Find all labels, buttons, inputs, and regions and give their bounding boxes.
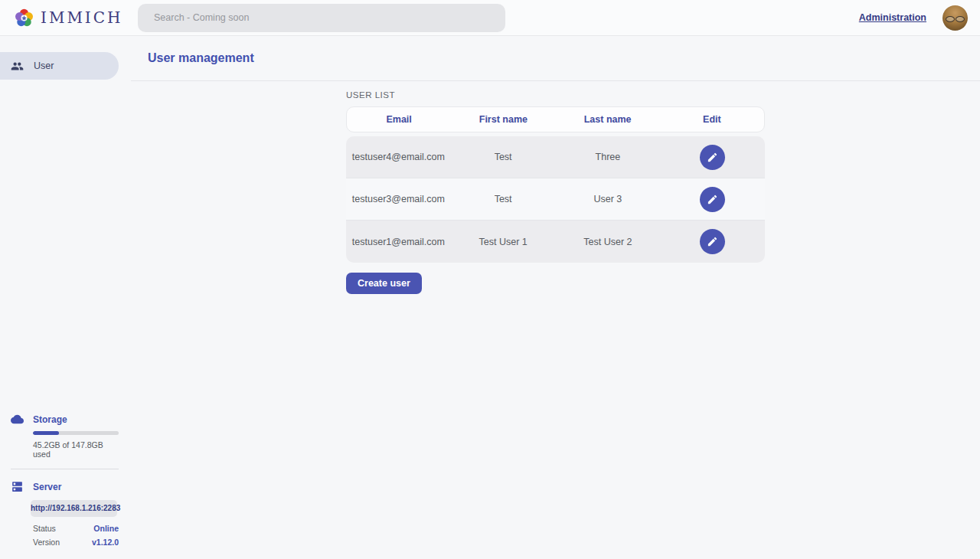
- app-header: IMMICH Administration: [0, 0, 980, 36]
- column-header-edit: Edit: [660, 114, 764, 125]
- app-logo[interactable]: IMMICH: [0, 8, 138, 28]
- sidebar-bottom: Storage 45.2GB of 147.8GB used Server ht…: [0, 413, 119, 559]
- create-user-button[interactable]: Create user: [346, 273, 422, 294]
- users-icon: [11, 60, 24, 73]
- status-label: Status: [33, 524, 56, 533]
- table-row: testuser3@email.com Test User 3: [346, 178, 765, 221]
- server-version-row: Version v1.12.0: [33, 538, 119, 547]
- administration-link[interactable]: Administration: [859, 12, 926, 23]
- edit-user-button[interactable]: [700, 145, 725, 170]
- sidebar-item-user-label: User: [34, 60, 54, 71]
- sidebar-item-user[interactable]: User: [0, 52, 119, 80]
- edit-user-button[interactable]: [700, 229, 725, 254]
- server-title: Server: [33, 482, 61, 492]
- cell-last-name: Three: [556, 152, 661, 162]
- edit-user-button[interactable]: [700, 187, 725, 212]
- user-list-label: USER LIST: [346, 90, 765, 100]
- storage-usage-text: 45.2GB of 147.8GB used: [33, 440, 119, 459]
- column-header-last-name: Last name: [556, 114, 660, 125]
- cloud-icon: [11, 413, 24, 426]
- server-section-header: Server: [0, 480, 119, 493]
- cell-email: testuser4@email.com: [346, 152, 451, 162]
- column-header-first-name: First name: [451, 114, 555, 125]
- main-content: User management USER LIST Email First na…: [131, 36, 980, 559]
- page-title: User management: [148, 51, 254, 65]
- storage-section-header: Storage: [0, 413, 119, 426]
- storage-title: Storage: [33, 414, 67, 425]
- user-list-section: USER LIST Email First name Last name Edi…: [346, 90, 765, 294]
- version-label: Version: [33, 538, 60, 547]
- cell-last-name: User 3: [556, 194, 661, 204]
- user-table-body: testuser4@email.com Test Three testuser3…: [346, 136, 765, 263]
- search-bar[interactable]: [138, 4, 505, 32]
- user-table-header: Email First name Last name Edit: [346, 106, 765, 132]
- cell-email: testuser3@email.com: [346, 194, 451, 204]
- pencil-icon: [707, 194, 718, 205]
- cell-first-name: Test: [451, 152, 556, 162]
- server-icon: [11, 480, 24, 493]
- cell-last-name: Test User 2: [556, 237, 661, 247]
- user-avatar[interactable]: [942, 5, 968, 31]
- pencil-icon: [707, 236, 718, 247]
- cell-first-name: Test User 1: [451, 237, 556, 247]
- cell-first-name: Test: [451, 194, 556, 204]
- page-header: User management: [131, 36, 980, 81]
- version-value: v1.12.0: [92, 538, 119, 547]
- storage-progress-bar: [33, 431, 119, 435]
- server-url-chip[interactable]: http://192.168.1.216:2283: [31, 500, 117, 517]
- sidebar-divider: [11, 469, 119, 469]
- sidebar: User Storage 45.2GB of 147.8GB used Serv…: [0, 36, 119, 559]
- immich-flower-icon: [14, 8, 34, 28]
- app-wordmark: IMMICH: [41, 8, 123, 27]
- cell-email: testuser1@email.com: [346, 237, 451, 247]
- column-header-email: Email: [347, 114, 451, 125]
- server-section: Server http://192.168.1.216:2283 Status …: [0, 480, 119, 547]
- search-input[interactable]: [154, 12, 475, 23]
- table-row: testuser4@email.com Test Three: [346, 136, 765, 178]
- server-status-row: Status Online: [33, 524, 119, 533]
- pencil-icon: [707, 152, 718, 163]
- storage-progress-fill: [33, 431, 59, 435]
- status-badge: Online: [93, 524, 119, 533]
- table-row: testuser1@email.com Test User 1 Test Use…: [346, 221, 765, 263]
